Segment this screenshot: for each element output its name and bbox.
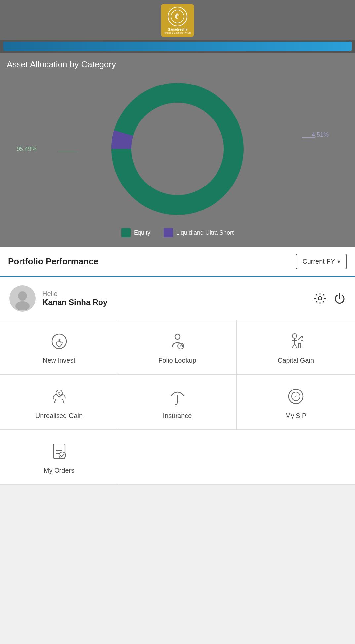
menu-item-new-invest[interactable]: ₹ New Invest — [0, 320, 118, 375]
legend-liquid-color — [164, 228, 173, 237]
svg-rect-18 — [298, 343, 300, 348]
hello-text: Hello — [42, 290, 107, 298]
insurance-label: Insurance — [163, 412, 192, 420]
svg-text:₹: ₹ — [58, 391, 60, 396]
svg-text:₹: ₹ — [294, 394, 297, 399]
svg-text:₹: ₹ — [180, 344, 182, 348]
my-sip-icon: ₹ — [284, 385, 307, 408]
logo-subtitle: Financial Solutions Pvt Ltd — [164, 32, 191, 34]
chevron-down-icon: ▾ — [337, 258, 340, 265]
unrealised-gain-label: Unrealised Gain — [35, 412, 83, 420]
portfolio-section: Portfolio Performance Current FY ▾ — [0, 247, 355, 277]
scroll-indicator — [0, 40, 355, 53]
power-button[interactable] — [334, 292, 346, 304]
donut-svg — [108, 80, 247, 218]
legend-equity: Equity — [121, 228, 150, 237]
menu-item-unrealised-gain[interactable]: ₹ Unrealised Gain — [0, 375, 118, 430]
new-invest-label: New Invest — [43, 357, 75, 364]
unrealised-gain-icon: ₹ — [48, 385, 71, 408]
scroll-bar-fill — [3, 42, 352, 51]
svg-point-5 — [15, 301, 30, 310]
gear-icon — [314, 292, 326, 304]
empty-cell-1 — [118, 430, 237, 485]
svg-rect-19 — [301, 341, 303, 348]
equity-line — [58, 152, 78, 152]
folio-lookup-label: Folio Lookup — [158, 357, 196, 364]
top-header: Ganadeesha Financial Solutions Pvt Ltd — [0, 0, 355, 40]
legend-liquid: Liquid and Ultra Short — [164, 228, 234, 237]
app-logo: Ganadeesha Financial Solutions Pvt Ltd — [161, 4, 194, 37]
settings-button[interactable] — [314, 292, 326, 304]
svg-point-13 — [292, 334, 297, 338]
svg-point-6 — [318, 297, 322, 300]
menu-item-insurance[interactable]: Insurance — [118, 375, 237, 430]
empty-cell-2 — [237, 430, 355, 485]
svg-point-10 — [175, 334, 180, 339]
legend-equity-label: Equity — [134, 229, 150, 236]
user-info: Hello Kanan Sinha Roy — [42, 290, 107, 307]
menu-grid-row3: My Orders — [0, 430, 355, 485]
legend-liquid-label: Liquid and Ultra Short — [176, 229, 234, 236]
menu-item-capital-gain[interactable]: Capital Gain — [237, 320, 355, 375]
menu-grid-row1: ₹ New Invest ₹ Folio Lookup — [0, 320, 355, 375]
equity-label: 95.49% — [17, 146, 37, 153]
folio-lookup-icon: ₹ — [166, 330, 189, 353]
menu-grid-row2: ₹ Unrealised Gain Insurance ₹ — [0, 375, 355, 430]
fy-dropdown[interactable]: Current FY ▾ — [296, 254, 347, 269]
user-info-left: Hello Kanan Sinha Roy — [9, 285, 107, 312]
power-icon — [334, 292, 346, 304]
my-orders-icon — [48, 440, 71, 463]
logo-name: Ganadeesha — [168, 28, 187, 32]
chart-section: Asset Allocation by Category 95.49% 4.51… — [0, 53, 355, 247]
liquid-line — [302, 137, 315, 138]
portfolio-title: Portfolio Performance — [8, 256, 98, 267]
legend-equity-color — [121, 228, 131, 237]
svg-point-4 — [18, 291, 27, 301]
menu-item-folio-lookup[interactable]: ₹ Folio Lookup — [118, 320, 237, 375]
my-orders-label: My Orders — [44, 467, 74, 474]
menu-item-my-orders[interactable]: My Orders — [0, 430, 118, 485]
user-actions — [314, 292, 346, 304]
insurance-icon — [166, 385, 189, 408]
capital-gain-icon — [284, 330, 307, 353]
donut-chart-wrapper: 95.49% 4.51% — [7, 76, 348, 221]
avatar — [9, 285, 36, 312]
fy-dropdown-label: Current FY — [302, 258, 335, 265]
svg-line-15 — [292, 344, 295, 348]
capital-gain-label: Capital Gain — [278, 357, 314, 364]
svg-point-3 — [131, 103, 224, 195]
chart-title: Asset Allocation by Category — [7, 59, 348, 70]
user-section: Hello Kanan Sinha Roy — [0, 277, 355, 320]
menu-item-my-sip[interactable]: ₹ My SIP — [237, 375, 355, 430]
svg-line-16 — [295, 344, 297, 348]
new-invest-icon: ₹ — [48, 330, 71, 353]
my-sip-label: My SIP — [285, 412, 306, 420]
chart-legend: Equity Liquid and Ultra Short — [7, 228, 348, 237]
user-name: Kanan Sinha Roy — [42, 298, 107, 307]
